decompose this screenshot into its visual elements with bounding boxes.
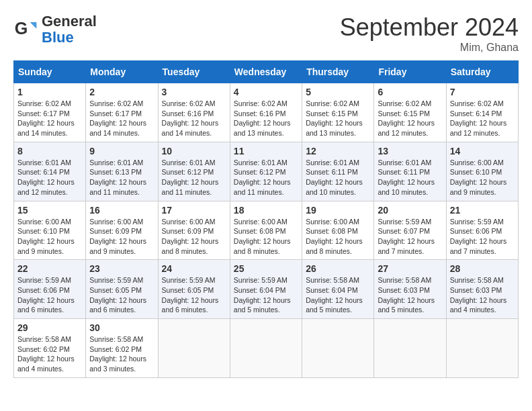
calendar-cell: 30 Sunrise: 5:58 AM Sunset: 6:02 PM Dayl… — [86, 319, 158, 378]
day-info: Sunrise: 5:59 AM Sunset: 6:04 PM Dayligh… — [234, 275, 298, 315]
calendar-header-row: SundayMondayTuesdayWednesdayThursdayFrid… — [14, 61, 519, 83]
calendar-cell: 3 Sunrise: 6:02 AM Sunset: 6:16 PM Dayli… — [158, 83, 230, 142]
day-info: Sunrise: 6:01 AM Sunset: 6:12 PM Dayligh… — [162, 158, 226, 197]
day-info: Sunrise: 5:59 AM Sunset: 6:05 PM Dayligh… — [89, 275, 154, 315]
day-info: Sunrise: 6:01 AM Sunset: 6:11 PM Dayligh… — [378, 158, 442, 197]
day-info: Sunrise: 6:01 AM Sunset: 6:13 PM Dayligh… — [89, 158, 154, 197]
svg-marker-2 — [30, 22, 36, 28]
calendar-week-row: 8 Sunrise: 6:01 AM Sunset: 6:14 PM Dayli… — [14, 142, 519, 201]
day-info: Sunrise: 6:02 AM Sunset: 6:14 PM Dayligh… — [450, 99, 515, 138]
calendar-cell — [302, 319, 374, 378]
day-header-thursday: Thursday — [302, 61, 374, 83]
day-number: 3 — [162, 87, 226, 97]
logo-icon: G — [13, 17, 38, 42]
day-info: Sunrise: 6:00 AM Sunset: 6:10 PM Dayligh… — [450, 158, 515, 197]
day-number: 30 — [89, 322, 154, 333]
day-number: 19 — [306, 205, 370, 216]
calendar-cell: 24 Sunrise: 5:59 AM Sunset: 6:05 PM Dayl… — [158, 260, 230, 319]
day-number: 22 — [17, 263, 82, 274]
calendar-cell: 9 Sunrise: 6:01 AM Sunset: 6:13 PM Dayli… — [86, 142, 158, 201]
day-number: 11 — [234, 146, 298, 156]
day-info: Sunrise: 5:58 AM Sunset: 6:03 PM Dayligh… — [378, 275, 442, 315]
day-info: Sunrise: 6:02 AM Sunset: 6:15 PM Dayligh… — [306, 99, 370, 138]
day-info: Sunrise: 6:00 AM Sunset: 6:10 PM Dayligh… — [17, 217, 82, 257]
day-info: Sunrise: 5:59 AM Sunset: 6:06 PM Dayligh… — [17, 275, 82, 315]
calendar-cell: 5 Sunrise: 6:02 AM Sunset: 6:15 PM Dayli… — [302, 83, 374, 142]
calendar-cell: 1 Sunrise: 6:02 AM Sunset: 6:17 PM Dayli… — [14, 83, 86, 142]
day-number: 24 — [162, 263, 226, 274]
calendar-table: SundayMondayTuesdayWednesdayThursdayFrid… — [13, 60, 519, 378]
day-info: Sunrise: 6:00 AM Sunset: 6:09 PM Dayligh… — [89, 217, 154, 257]
day-number: 26 — [306, 263, 370, 274]
day-number: 1 — [17, 87, 82, 97]
day-number: 8 — [17, 146, 82, 156]
day-header-wednesday: Wednesday — [230, 61, 302, 83]
day-number: 14 — [450, 146, 515, 156]
calendar-cell: 17 Sunrise: 6:00 AM Sunset: 6:09 PM Dayl… — [158, 201, 230, 260]
calendar-cell: 8 Sunrise: 6:01 AM Sunset: 6:14 PM Dayli… — [14, 142, 86, 201]
calendar-cell: 29 Sunrise: 5:58 AM Sunset: 6:02 PM Dayl… — [14, 319, 86, 378]
day-number: 18 — [234, 205, 298, 216]
page-header: G General Blue September 2024 Mim, Ghana — [13, 13, 519, 54]
calendar-cell: 4 Sunrise: 6:02 AM Sunset: 6:16 PM Dayli… — [230, 83, 302, 142]
calendar-week-row: 1 Sunrise: 6:02 AM Sunset: 6:17 PM Dayli… — [14, 83, 519, 142]
logo: G General Blue — [13, 13, 97, 46]
day-number: 25 — [234, 263, 298, 274]
day-number: 27 — [378, 263, 442, 274]
day-header-tuesday: Tuesday — [158, 61, 230, 83]
day-number: 20 — [378, 205, 442, 216]
day-number: 2 — [89, 87, 154, 97]
day-number: 6 — [378, 87, 442, 97]
calendar-week-row: 15 Sunrise: 6:00 AM Sunset: 6:10 PM Dayl… — [14, 201, 519, 260]
calendar-cell: 13 Sunrise: 6:01 AM Sunset: 6:11 PM Dayl… — [374, 142, 446, 201]
day-number: 10 — [162, 146, 226, 156]
calendar-cell — [230, 319, 302, 378]
calendar-cell — [446, 319, 518, 378]
day-number: 15 — [17, 205, 82, 216]
month-title: September 2024 — [340, 13, 519, 42]
day-info: Sunrise: 6:01 AM Sunset: 6:14 PM Dayligh… — [17, 158, 82, 197]
calendar-cell — [158, 319, 230, 378]
day-info: Sunrise: 6:02 AM Sunset: 6:16 PM Dayligh… — [162, 99, 226, 138]
day-header-monday: Monday — [86, 61, 158, 83]
calendar-cell: 11 Sunrise: 6:01 AM Sunset: 6:12 PM Dayl… — [230, 142, 302, 201]
day-number: 13 — [378, 146, 442, 156]
day-number: 21 — [450, 205, 515, 216]
day-number: 12 — [306, 146, 370, 156]
day-info: Sunrise: 6:00 AM Sunset: 6:08 PM Dayligh… — [306, 217, 370, 257]
day-number: 9 — [89, 146, 154, 156]
calendar-cell: 6 Sunrise: 6:02 AM Sunset: 6:15 PM Dayli… — [374, 83, 446, 142]
calendar-cell: 27 Sunrise: 5:58 AM Sunset: 6:03 PM Dayl… — [374, 260, 446, 319]
day-header-sunday: Sunday — [14, 61, 86, 83]
day-info: Sunrise: 6:00 AM Sunset: 6:08 PM Dayligh… — [234, 217, 298, 257]
calendar-week-row: 22 Sunrise: 5:59 AM Sunset: 6:06 PM Dayl… — [14, 260, 519, 319]
day-info: Sunrise: 6:02 AM Sunset: 6:17 PM Dayligh… — [89, 99, 154, 138]
calendar-cell: 16 Sunrise: 6:00 AM Sunset: 6:09 PM Dayl… — [86, 201, 158, 260]
day-info: Sunrise: 5:59 AM Sunset: 6:05 PM Dayligh… — [162, 275, 226, 315]
day-number: 23 — [89, 263, 154, 274]
day-header-friday: Friday — [374, 61, 446, 83]
title-section: September 2024 Mim, Ghana — [340, 13, 519, 54]
day-info: Sunrise: 5:59 AM Sunset: 6:07 PM Dayligh… — [378, 217, 442, 257]
calendar-week-row: 29 Sunrise: 5:58 AM Sunset: 6:02 PM Dayl… — [14, 319, 519, 378]
calendar-cell: 23 Sunrise: 5:59 AM Sunset: 6:05 PM Dayl… — [86, 260, 158, 319]
day-number: 16 — [89, 205, 154, 216]
day-info: Sunrise: 5:58 AM Sunset: 6:02 PM Dayligh… — [89, 334, 154, 374]
day-info: Sunrise: 5:58 AM Sunset: 6:02 PM Dayligh… — [17, 334, 82, 374]
svg-text:G: G — [15, 19, 28, 38]
day-info: Sunrise: 6:00 AM Sunset: 6:09 PM Dayligh… — [162, 217, 226, 257]
calendar-cell: 10 Sunrise: 6:01 AM Sunset: 6:12 PM Dayl… — [158, 142, 230, 201]
day-number: 17 — [162, 205, 226, 216]
calendar-cell: 20 Sunrise: 5:59 AM Sunset: 6:07 PM Dayl… — [374, 201, 446, 260]
day-info: Sunrise: 6:01 AM Sunset: 6:11 PM Dayligh… — [306, 158, 370, 197]
day-info: Sunrise: 6:01 AM Sunset: 6:12 PM Dayligh… — [234, 158, 298, 197]
calendar-cell: 26 Sunrise: 5:58 AM Sunset: 6:04 PM Dayl… — [302, 260, 374, 319]
calendar-cell: 18 Sunrise: 6:00 AM Sunset: 6:08 PM Dayl… — [230, 201, 302, 260]
day-info: Sunrise: 6:02 AM Sunset: 6:15 PM Dayligh… — [378, 99, 442, 138]
day-info: Sunrise: 5:58 AM Sunset: 6:03 PM Dayligh… — [450, 275, 515, 315]
calendar-cell: 28 Sunrise: 5:58 AM Sunset: 6:03 PM Dayl… — [446, 260, 518, 319]
day-info: Sunrise: 6:02 AM Sunset: 6:17 PM Dayligh… — [17, 99, 82, 138]
calendar-cell: 19 Sunrise: 6:00 AM Sunset: 6:08 PM Dayl… — [302, 201, 374, 260]
calendar-cell: 14 Sunrise: 6:00 AM Sunset: 6:10 PM Dayl… — [446, 142, 518, 201]
day-info: Sunrise: 6:02 AM Sunset: 6:16 PM Dayligh… — [234, 99, 298, 138]
